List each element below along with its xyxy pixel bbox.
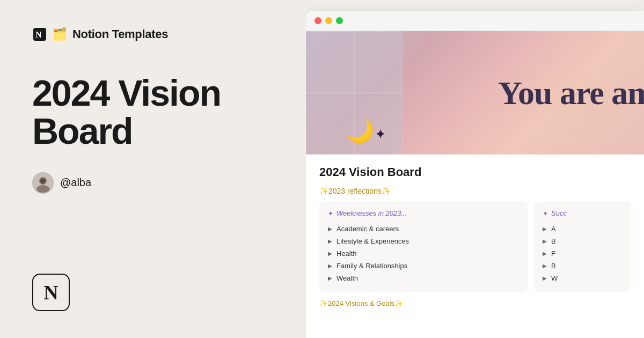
browser-content: You are am 🌙 ✦ 2024 Vision Board ✨2023 r… bbox=[306, 31, 644, 337]
arrow-icon: ▶ bbox=[543, 251, 547, 256]
list-item: ▶ Wealth bbox=[328, 272, 519, 284]
arrow-icon: ▶ bbox=[543, 275, 547, 281]
card2-header: ✦ Succ bbox=[543, 209, 622, 217]
list-item: ▶ F bbox=[543, 247, 622, 260]
traffic-light-green[interactable] bbox=[336, 17, 343, 24]
notion-logo-icon: N bbox=[32, 27, 47, 42]
arrow-icon: ▶ bbox=[328, 275, 332, 281]
page-content: 2024 Vision Board ✨2023 reflections✨ ✦ W… bbox=[306, 155, 644, 318]
arrow-icon: ▶ bbox=[543, 238, 547, 244]
list-item: ▶ B bbox=[543, 260, 622, 272]
notion-n-letter: N bbox=[43, 281, 58, 304]
traffic-light-yellow[interactable] bbox=[325, 17, 332, 24]
arrow-icon: ▶ bbox=[328, 238, 332, 244]
browser-window: You are am 🌙 ✦ 2024 Vision Board ✨2023 r… bbox=[306, 11, 644, 338]
left-panel: N 🗂️ Notion Templates 2024 Vision Board … bbox=[0, 0, 306, 338]
header: N 🗂️ Notion Templates bbox=[32, 27, 274, 42]
arrow-icon: ▶ bbox=[328, 251, 332, 256]
list-item: ▶ Family & Relationships bbox=[328, 260, 519, 272]
header-title: Notion Templates bbox=[72, 27, 168, 41]
moon-icon: 🌙 bbox=[346, 117, 374, 144]
avatar bbox=[32, 172, 54, 194]
star-icon: ✦ bbox=[375, 126, 386, 143]
cards-row: ✦ Weeknesses in 2023... ▶ Academic & car… bbox=[319, 202, 631, 292]
card1-title: Weeknesses in 2023... bbox=[336, 209, 407, 217]
arrow-icon: ▶ bbox=[543, 263, 547, 269]
main-title: 2024 Vision Board bbox=[32, 74, 274, 151]
author-name: @alba bbox=[60, 177, 91, 189]
list-item: ▶ Lifestyle & Experiences bbox=[328, 235, 519, 247]
section1-heading: ✨2023 reflections✨ bbox=[319, 187, 631, 195]
traffic-light-red[interactable] bbox=[314, 17, 321, 24]
notion-n-logo: N bbox=[32, 274, 70, 311]
list-item: ▶ Health bbox=[328, 247, 519, 260]
list-item: ▶ Academic & careers bbox=[328, 223, 519, 235]
card1-sparkle: ✦ bbox=[328, 210, 333, 217]
arrow-icon: ▶ bbox=[543, 226, 547, 232]
browser-toolbar bbox=[306, 11, 644, 31]
page-title: 2024 Vision Board bbox=[319, 165, 631, 179]
notion-brand-icon: 🗂️ bbox=[53, 27, 67, 41]
card-successes: ✦ Succ ▶ A ▶ B ▶ F bbox=[534, 202, 631, 292]
list-item: ▶ A bbox=[543, 223, 622, 235]
svg-point-6 bbox=[41, 179, 42, 181]
svg-point-7 bbox=[44, 179, 46, 181]
right-panel: You are am 🌙 ✦ 2024 Vision Board ✨2023 r… bbox=[306, 0, 644, 338]
card-weaknesses: ✦ Weeknesses in 2023... ▶ Academic & car… bbox=[319, 202, 528, 292]
card1-header: ✦ Weeknesses in 2023... bbox=[328, 209, 519, 217]
banner-text: You are am bbox=[498, 74, 644, 112]
list-item: ▶ W bbox=[543, 272, 622, 284]
arrow-icon: ▶ bbox=[328, 226, 332, 232]
svg-text:N: N bbox=[35, 30, 42, 39]
card2-sparkle: ✦ bbox=[543, 210, 548, 217]
section2-heading: ✨2024 Visions & Goals✨ bbox=[319, 299, 631, 307]
list-item: ▶ B bbox=[543, 235, 622, 247]
banner-area: You are am 🌙 ✦ bbox=[306, 31, 644, 155]
author-row: @alba bbox=[32, 172, 274, 194]
arrow-icon: ▶ bbox=[328, 263, 332, 269]
card2-title: Succ bbox=[551, 209, 567, 217]
